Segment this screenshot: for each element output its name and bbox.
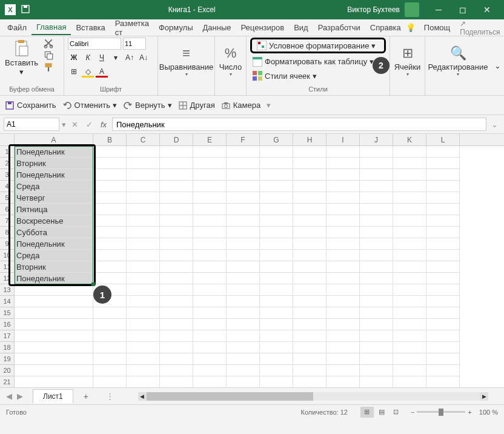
fx-icon[interactable]: fx bbox=[98, 118, 110, 130]
cell[interactable] bbox=[327, 238, 360, 250]
cell[interactable] bbox=[360, 376, 393, 387]
cell[interactable] bbox=[426, 273, 460, 284]
cell[interactable] bbox=[127, 215, 160, 227]
cell[interactable] bbox=[160, 376, 193, 387]
cell[interactable] bbox=[93, 353, 127, 365]
col-header-j[interactable]: J bbox=[360, 134, 393, 145]
cell[interactable] bbox=[127, 307, 160, 319]
normal-view-button[interactable]: ⊞ bbox=[360, 407, 374, 418]
cell[interactable] bbox=[426, 376, 460, 387]
cell[interactable] bbox=[93, 342, 127, 353]
col-header-a[interactable]: A bbox=[15, 134, 93, 145]
cell[interactable] bbox=[260, 376, 293, 387]
col-header-g[interactable]: G bbox=[260, 134, 293, 145]
cell[interactable] bbox=[93, 204, 127, 215]
cell[interactable]: Понедельник bbox=[15, 238, 93, 250]
cell[interactable] bbox=[160, 284, 193, 296]
cell[interactable] bbox=[360, 353, 393, 365]
cell[interactable] bbox=[127, 192, 160, 204]
cell[interactable] bbox=[227, 284, 260, 296]
cell[interactable] bbox=[193, 284, 227, 296]
cell[interactable] bbox=[260, 284, 293, 296]
cell[interactable] bbox=[160, 342, 193, 353]
add-sheet-button[interactable]: + bbox=[78, 392, 94, 401]
cell[interactable] bbox=[127, 250, 160, 261]
row-header[interactable]: 9 bbox=[0, 238, 15, 250]
col-header-k[interactable]: K bbox=[393, 134, 426, 145]
cell[interactable] bbox=[260, 227, 293, 238]
cell[interactable] bbox=[426, 238, 460, 250]
cell[interactable] bbox=[426, 342, 460, 353]
sheet-tab[interactable]: Лист1 bbox=[33, 389, 73, 403]
cell[interactable]: Вторник bbox=[15, 261, 93, 273]
col-header-b[interactable]: B bbox=[93, 134, 127, 145]
page-break-view-button[interactable]: ⊡ bbox=[390, 407, 403, 418]
cell[interactable] bbox=[393, 192, 426, 204]
cell[interactable] bbox=[160, 169, 193, 181]
decrease-font-icon[interactable]: A↓ bbox=[138, 52, 150, 64]
cell[interactable] bbox=[293, 376, 327, 387]
cell[interactable] bbox=[360, 146, 393, 158]
cell[interactable] bbox=[227, 319, 260, 330]
cell[interactable] bbox=[93, 273, 127, 284]
col-header-i[interactable]: I bbox=[327, 134, 360, 145]
cell[interactable] bbox=[393, 250, 426, 261]
cell[interactable]: Суббота bbox=[15, 227, 93, 238]
cell[interactable] bbox=[260, 273, 293, 284]
cell[interactable] bbox=[93, 192, 127, 204]
cell[interactable] bbox=[327, 273, 360, 284]
menu-view[interactable]: Вид bbox=[289, 21, 313, 35]
cell[interactable] bbox=[160, 181, 193, 192]
enter-icon[interactable]: ✓ bbox=[83, 118, 95, 130]
border-icon[interactable]: ⊞ bbox=[68, 65, 80, 78]
cell[interactable] bbox=[393, 307, 426, 319]
zoom-out-button[interactable]: − bbox=[411, 409, 414, 416]
cell[interactable] bbox=[260, 169, 293, 181]
cell[interactable] bbox=[327, 158, 360, 169]
cell[interactable] bbox=[393, 215, 426, 227]
cell[interactable] bbox=[360, 273, 393, 284]
cell[interactable] bbox=[15, 330, 93, 342]
row-header[interactable]: 7 bbox=[0, 215, 15, 227]
cell[interactable] bbox=[360, 261, 393, 273]
cell[interactable] bbox=[227, 307, 260, 319]
cell[interactable] bbox=[393, 319, 426, 330]
cell[interactable] bbox=[93, 181, 127, 192]
col-header-f[interactable]: F bbox=[227, 134, 260, 145]
cell[interactable] bbox=[193, 181, 227, 192]
scroll-right-button[interactable]: ▶ bbox=[480, 392, 488, 401]
cell[interactable] bbox=[127, 238, 160, 250]
cell[interactable] bbox=[260, 204, 293, 215]
font-name-select[interactable] bbox=[68, 38, 121, 50]
cell[interactable] bbox=[327, 307, 360, 319]
cell[interactable] bbox=[15, 307, 93, 319]
row-header[interactable]: 10 bbox=[0, 250, 15, 261]
cell[interactable]: Четверг bbox=[15, 192, 93, 204]
cell[interactable] bbox=[360, 307, 393, 319]
row-header[interactable]: 8 bbox=[0, 227, 15, 238]
cell[interactable] bbox=[193, 238, 227, 250]
cell[interactable] bbox=[260, 146, 293, 158]
cell[interactable] bbox=[93, 215, 127, 227]
cell[interactable] bbox=[227, 158, 260, 169]
fill-color-icon[interactable]: ◇ bbox=[82, 65, 94, 78]
bold-button[interactable]: Ж bbox=[68, 52, 80, 64]
increase-font-icon[interactable]: A↑ bbox=[124, 52, 136, 64]
underline-button[interactable]: Ч bbox=[96, 52, 108, 64]
cell[interactable] bbox=[393, 204, 426, 215]
cell[interactable] bbox=[327, 215, 360, 227]
alignment-button[interactable]: ≡ Выравнивание ▾ bbox=[162, 38, 211, 85]
cell[interactable] bbox=[260, 330, 293, 342]
editing-button[interactable]: 🔍 Редактирование ▾ bbox=[429, 38, 487, 85]
cell[interactable] bbox=[327, 342, 360, 353]
cell[interactable] bbox=[127, 330, 160, 342]
qat-save-button[interactable]: Сохранить bbox=[5, 101, 56, 110]
cell[interactable] bbox=[260, 192, 293, 204]
cell[interactable] bbox=[15, 353, 93, 365]
cell[interactable] bbox=[227, 169, 260, 181]
cell[interactable] bbox=[93, 261, 127, 273]
cell[interactable] bbox=[127, 342, 160, 353]
cell[interactable] bbox=[227, 296, 260, 307]
cell[interactable] bbox=[293, 146, 327, 158]
cell[interactable] bbox=[293, 215, 327, 227]
